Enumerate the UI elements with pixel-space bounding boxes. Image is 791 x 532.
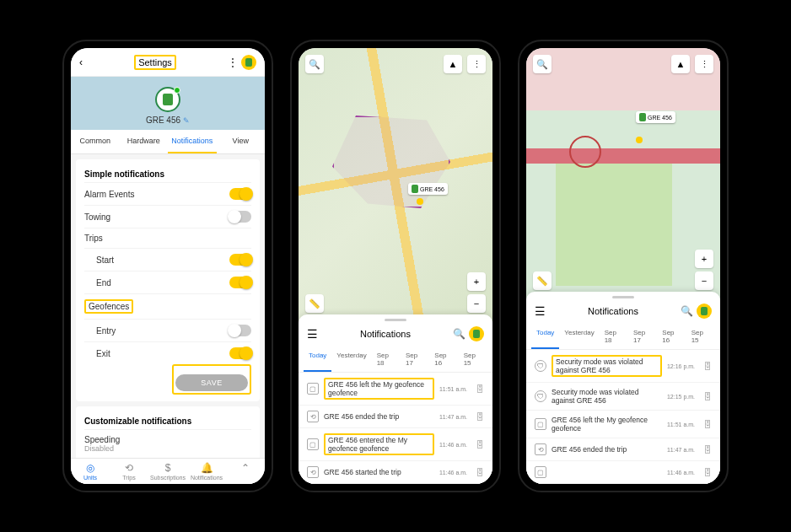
- tab-date[interactable]: Sep 15: [686, 324, 715, 349]
- speeding-row[interactable]: Speeding Disabled: [84, 429, 251, 458]
- nav-expand[interactable]: ⌃: [226, 462, 265, 481]
- notification-item[interactable]: ⟲GRE 456 started the trip11:46 a.m.🗄: [299, 461, 492, 484]
- screen: ‹ Settings ⋮ GRE 456✎ Common Hardware No…: [71, 48, 265, 484]
- start-toggle[interactable]: [229, 254, 251, 266]
- unit-badge-icon[interactable]: [469, 326, 484, 341]
- unit-name: GRE 456✎: [71, 116, 265, 125]
- map[interactable]: 🔍 ▲ ⋮ GRE 456 + − 📏: [299, 48, 492, 321]
- alarm-events-toggle[interactable]: [229, 188, 251, 200]
- more-icon[interactable]: ⋮: [228, 56, 238, 68]
- unit-marker[interactable]: GRE 456: [408, 183, 448, 195]
- search-icon[interactable]: 🔍: [453, 328, 465, 340]
- notification-item[interactable]: 🛡Security mode was violated against GRE …: [526, 350, 720, 383]
- route-icon: ⟲: [110, 462, 148, 474]
- end-label: End: [84, 278, 111, 287]
- nav-units[interactable]: ◎Units: [71, 462, 110, 481]
- tab-notifications[interactable]: Notifications: [168, 130, 217, 153]
- notification-text: GRE 456 left the My geofence geofence: [324, 378, 434, 400]
- tab-date[interactable]: Sep 15: [459, 347, 487, 372]
- tab-today[interactable]: Today: [304, 347, 331, 372]
- zoom-out-button[interactable]: −: [467, 294, 486, 313]
- nav-trips[interactable]: ⟲Trips: [110, 462, 148, 481]
- tab-date[interactable]: Sep 16: [429, 347, 458, 372]
- notification-item[interactable]: 🛡Security mode was violated against GRE …: [526, 383, 720, 411]
- tab-yesterday[interactable]: Yesterday: [559, 324, 599, 349]
- ruler-icon[interactable]: 📏: [305, 294, 324, 313]
- menu-icon[interactable]: ☰: [307, 327, 318, 341]
- search-icon[interactable]: 🔍: [533, 55, 552, 73]
- section-title: Simple notifications: [84, 166, 251, 182]
- more-icon[interactable]: ⋮: [695, 55, 713, 73]
- ruler-icon[interactable]: 📏: [533, 271, 552, 290]
- simple-notifications-section: Simple notifications Alarm Events Towing…: [76, 159, 260, 401]
- shield-icon: 🛡: [535, 390, 546, 402]
- dollar-icon: $: [148, 462, 187, 474]
- archive-icon[interactable]: 🗄: [476, 384, 484, 394]
- screen: 🔍 ▲ ⋮ GRE 456 + − 📏 ☰ Notifications 🔍: [526, 48, 720, 484]
- zoom-in-button[interactable]: +: [695, 250, 713, 268]
- unit-badge-icon[interactable]: [241, 55, 256, 70]
- notification-text: Security mode was violated against GRE 4…: [552, 388, 662, 405]
- archive-icon[interactable]: 🗄: [703, 362, 712, 371]
- notification-item[interactable]: ▢11:46 a.m.🗄: [526, 461, 720, 484]
- tab-date[interactable]: Sep 18: [372, 347, 401, 372]
- notification-time: 11:47 a.m.: [667, 447, 695, 453]
- geo-icon: ▢: [307, 438, 319, 450]
- notification-item[interactable]: ▢GRE 456 left the My geofence geofence11…: [526, 411, 720, 438]
- map[interactable]: 🔍 ▲ ⋮ GRE 456 + − 📏: [526, 48, 720, 298]
- archive-icon[interactable]: 🗄: [476, 412, 484, 422]
- alarm-events-label: Alarm Events: [84, 190, 134, 199]
- search-icon[interactable]: 🔍: [305, 55, 324, 73]
- exit-toggle[interactable]: [229, 347, 251, 359]
- tab-yesterday[interactable]: Yesterday: [331, 347, 371, 372]
- location-dot-icon: [636, 137, 643, 143]
- tab-common[interactable]: Common: [71, 130, 120, 153]
- trip-icon: ⟲: [307, 411, 319, 422]
- tab-view[interactable]: View: [217, 130, 266, 153]
- towing-toggle[interactable]: [229, 211, 251, 223]
- tab-date[interactable]: Sep 17: [628, 324, 657, 349]
- more-icon[interactable]: ⋮: [467, 55, 486, 73]
- notification-item[interactable]: ▢GRE 456 entered the My geofence geofenc…: [299, 428, 492, 461]
- zoom-out-button[interactable]: −: [695, 271, 713, 290]
- notification-time: 12:15 p.m.: [667, 394, 695, 400]
- unit-badge-icon[interactable]: [697, 304, 712, 319]
- unit-header: GRE 456✎: [71, 77, 265, 130]
- tab-date[interactable]: Sep 17: [401, 347, 429, 372]
- panel-title: Notifications: [546, 306, 681, 316]
- phone-geofence-notifications: 🔍 ▲ ⋮ GRE 456 + − 📏 ☰ Notifications 🔍: [290, 40, 501, 492]
- archive-icon[interactable]: 🗄: [476, 468, 484, 477]
- archive-icon[interactable]: 🗄: [703, 420, 712, 429]
- back-icon[interactable]: ‹: [79, 56, 83, 68]
- notification-text: GRE 456 ended the trip: [324, 412, 434, 421]
- notification-time: 11:46 a.m.: [439, 442, 467, 448]
- archive-icon[interactable]: 🗄: [476, 440, 484, 449]
- menu-icon[interactable]: ☰: [535, 304, 546, 318]
- save-button[interactable]: SAVE: [175, 374, 248, 391]
- notification-item[interactable]: ⟲GRE 456 ended the trip11:47 a.m.🗄: [526, 438, 720, 461]
- tab-date[interactable]: Sep 16: [657, 324, 686, 349]
- end-toggle[interactable]: [229, 277, 251, 288]
- geo-icon: ▢: [535, 466, 546, 478]
- notification-item[interactable]: ⟲GRE 456 ended the trip11:47 a.m.🗄: [299, 406, 492, 428]
- map-road: [526, 148, 720, 164]
- nav-notifications[interactable]: 🔔Notifications: [187, 462, 226, 481]
- entry-toggle[interactable]: [229, 325, 251, 336]
- unit-avatar-icon[interactable]: [155, 87, 180, 112]
- archive-icon[interactable]: 🗄: [703, 468, 712, 477]
- compass-icon[interactable]: ▲: [444, 55, 462, 73]
- zoom-in-button[interactable]: +: [467, 272, 486, 291]
- tab-today[interactable]: Today: [531, 324, 559, 349]
- edit-icon[interactable]: ✎: [183, 116, 190, 125]
- notifications-panel: ☰ Notifications 🔍 Today Yesterday Sep 18…: [526, 292, 720, 484]
- compass-icon[interactable]: ▲: [671, 55, 690, 73]
- tab-hardware[interactable]: Hardware: [120, 130, 169, 153]
- tab-date[interactable]: Sep 18: [600, 324, 628, 349]
- search-icon[interactable]: 🔍: [681, 305, 693, 317]
- archive-icon[interactable]: 🗄: [703, 392, 712, 401]
- chevron-up-icon: ⌃: [226, 462, 265, 474]
- archive-icon[interactable]: 🗄: [703, 445, 712, 454]
- unit-marker[interactable]: GRE 456: [636, 111, 675, 123]
- nav-subscriptions[interactable]: $Subscriptions: [148, 462, 187, 481]
- notification-item[interactable]: ▢GRE 456 left the My geofence geofence11…: [299, 373, 492, 406]
